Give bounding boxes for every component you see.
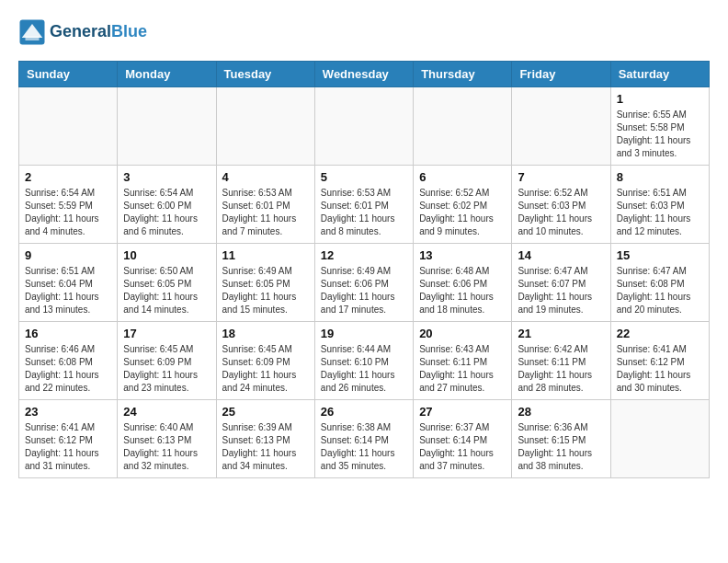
day-number: 13 xyxy=(419,248,506,262)
day-number: 25 xyxy=(222,405,309,419)
day-info: Sunrise: 6:52 AM Sunset: 6:02 PM Dayligh… xyxy=(419,187,506,238)
day-number: 16 xyxy=(25,327,111,340)
day-info: Sunrise: 6:45 AM Sunset: 6:09 PM Dayligh… xyxy=(123,343,210,395)
day-number: 27 xyxy=(419,405,506,419)
day-info: Sunrise: 6:45 AM Sunset: 6:09 PM Dayligh… xyxy=(222,343,309,395)
day-info: Sunrise: 6:41 AM Sunset: 6:12 PM Dayligh… xyxy=(617,343,703,395)
day-number: 11 xyxy=(222,248,309,262)
day-number: 12 xyxy=(321,248,407,262)
day-number: 22 xyxy=(617,327,703,340)
day-info: Sunrise: 6:43 AM Sunset: 6:11 PM Dayligh… xyxy=(419,343,506,395)
day-info: Sunrise: 6:51 AM Sunset: 6:04 PM Dayligh… xyxy=(25,265,111,316)
calendar-week-row: 2Sunrise: 6:54 AM Sunset: 5:59 PM Daylig… xyxy=(19,166,710,244)
day-number: 28 xyxy=(518,405,604,419)
calendar-cell: 10Sunrise: 6:50 AM Sunset: 6:05 PM Dayli… xyxy=(118,244,216,322)
day-number: 15 xyxy=(617,248,703,262)
calendar-cell: 28Sunrise: 6:36 AM Sunset: 6:15 PM Dayli… xyxy=(512,400,610,478)
day-number: 19 xyxy=(321,327,407,340)
day-number: 10 xyxy=(123,248,210,262)
day-number: 4 xyxy=(222,170,309,184)
calendar-cell: 2Sunrise: 6:54 AM Sunset: 5:59 PM Daylig… xyxy=(19,166,118,244)
calendar-cell: 25Sunrise: 6:39 AM Sunset: 6:13 PM Dayli… xyxy=(216,400,314,478)
weekday-header-monday: Monday xyxy=(118,62,216,87)
calendar-cell: 1Sunrise: 6:55 AM Sunset: 5:58 PM Daylig… xyxy=(610,87,709,166)
day-info: Sunrise: 6:47 AM Sunset: 6:07 PM Dayligh… xyxy=(518,265,604,316)
calendar-cell: 11Sunrise: 6:49 AM Sunset: 6:05 PM Dayli… xyxy=(216,244,314,322)
calendar-cell: 7Sunrise: 6:52 AM Sunset: 6:03 PM Daylig… xyxy=(512,166,610,244)
calendar-cell: 8Sunrise: 6:51 AM Sunset: 6:03 PM Daylig… xyxy=(610,166,709,244)
calendar-week-row: 9Sunrise: 6:51 AM Sunset: 6:04 PM Daylig… xyxy=(19,244,710,322)
calendar-cell: 3Sunrise: 6:54 AM Sunset: 6:00 PM Daylig… xyxy=(118,166,216,244)
day-info: Sunrise: 6:49 AM Sunset: 6:05 PM Dayligh… xyxy=(222,265,309,316)
day-info: Sunrise: 6:38 AM Sunset: 6:14 PM Dayligh… xyxy=(321,421,407,473)
weekday-header-row: SundayMondayTuesdayWednesdayThursdayFrid… xyxy=(19,62,710,87)
calendar-cell: 14Sunrise: 6:47 AM Sunset: 6:07 PM Dayli… xyxy=(512,244,610,322)
calendar-cell: 20Sunrise: 6:43 AM Sunset: 6:11 PM Dayli… xyxy=(414,322,512,400)
day-info: Sunrise: 6:51 AM Sunset: 6:03 PM Dayligh… xyxy=(617,187,703,238)
weekday-header-thursday: Thursday xyxy=(414,62,512,87)
calendar-table: SundayMondayTuesdayWednesdayThursdayFrid… xyxy=(18,61,710,478)
day-number: 20 xyxy=(419,327,506,340)
weekday-header-tuesday: Tuesday xyxy=(216,62,314,87)
calendar-cell: 24Sunrise: 6:40 AM Sunset: 6:13 PM Dayli… xyxy=(118,400,216,478)
logo: GeneralBlue xyxy=(18,18,147,46)
day-number: 14 xyxy=(518,248,604,262)
day-info: Sunrise: 6:46 AM Sunset: 6:08 PM Dayligh… xyxy=(25,343,111,395)
calendar-cell xyxy=(216,87,314,166)
day-number: 21 xyxy=(518,327,604,340)
calendar-cell xyxy=(512,87,610,166)
calendar-cell xyxy=(314,87,413,166)
day-info: Sunrise: 6:54 AM Sunset: 6:00 PM Dayligh… xyxy=(123,187,210,238)
calendar-cell: 4Sunrise: 6:53 AM Sunset: 6:01 PM Daylig… xyxy=(216,166,314,244)
weekday-header-saturday: Saturday xyxy=(610,62,709,87)
calendar-cell: 6Sunrise: 6:52 AM Sunset: 6:02 PM Daylig… xyxy=(414,166,512,244)
day-info: Sunrise: 6:55 AM Sunset: 5:58 PM Dayligh… xyxy=(617,109,703,160)
day-info: Sunrise: 6:41 AM Sunset: 6:12 PM Dayligh… xyxy=(25,421,111,473)
day-number: 26 xyxy=(321,405,407,419)
day-info: Sunrise: 6:50 AM Sunset: 6:05 PM Dayligh… xyxy=(123,265,210,316)
logo-icon xyxy=(18,18,46,46)
svg-rect-2 xyxy=(26,37,40,41)
calendar-cell: 13Sunrise: 6:48 AM Sunset: 6:06 PM Dayli… xyxy=(414,244,512,322)
day-number: 24 xyxy=(123,405,210,419)
day-number: 7 xyxy=(518,170,604,184)
weekday-header-wednesday: Wednesday xyxy=(314,62,413,87)
calendar-cell: 23Sunrise: 6:41 AM Sunset: 6:12 PM Dayli… xyxy=(19,400,118,478)
calendar-cell: 15Sunrise: 6:47 AM Sunset: 6:08 PM Dayli… xyxy=(610,244,709,322)
day-info: Sunrise: 6:40 AM Sunset: 6:13 PM Dayligh… xyxy=(123,421,210,473)
calendar-cell: 19Sunrise: 6:44 AM Sunset: 6:10 PM Dayli… xyxy=(314,322,413,400)
weekday-header-friday: Friday xyxy=(512,62,610,87)
day-info: Sunrise: 6:39 AM Sunset: 6:13 PM Dayligh… xyxy=(222,421,309,473)
day-number: 9 xyxy=(25,248,111,262)
day-number: 3 xyxy=(123,170,210,184)
logo-text: GeneralBlue xyxy=(50,23,147,41)
day-number: 1 xyxy=(617,92,703,106)
calendar-week-row: 16Sunrise: 6:46 AM Sunset: 6:08 PM Dayli… xyxy=(19,322,710,400)
day-number: 8 xyxy=(617,170,703,184)
day-info: Sunrise: 6:44 AM Sunset: 6:10 PM Dayligh… xyxy=(321,343,407,395)
day-number: 2 xyxy=(25,170,111,184)
calendar-cell xyxy=(19,87,118,166)
calendar-cell: 21Sunrise: 6:42 AM Sunset: 6:11 PM Dayli… xyxy=(512,322,610,400)
calendar-cell: 18Sunrise: 6:45 AM Sunset: 6:09 PM Dayli… xyxy=(216,322,314,400)
calendar-cell: 9Sunrise: 6:51 AM Sunset: 6:04 PM Daylig… xyxy=(19,244,118,322)
day-info: Sunrise: 6:37 AM Sunset: 6:14 PM Dayligh… xyxy=(419,421,506,473)
day-info: Sunrise: 6:53 AM Sunset: 6:01 PM Dayligh… xyxy=(222,187,309,238)
day-number: 23 xyxy=(25,405,111,419)
day-number: 5 xyxy=(321,170,407,184)
calendar-cell xyxy=(118,87,216,166)
day-number: 6 xyxy=(419,170,506,184)
calendar-cell: 12Sunrise: 6:49 AM Sunset: 6:06 PM Dayli… xyxy=(314,244,413,322)
calendar-cell xyxy=(414,87,512,166)
day-info: Sunrise: 6:36 AM Sunset: 6:15 PM Dayligh… xyxy=(518,421,604,473)
calendar-cell: 27Sunrise: 6:37 AM Sunset: 6:14 PM Dayli… xyxy=(414,400,512,478)
day-info: Sunrise: 6:54 AM Sunset: 5:59 PM Dayligh… xyxy=(25,187,111,238)
day-info: Sunrise: 6:48 AM Sunset: 6:06 PM Dayligh… xyxy=(419,265,506,316)
day-info: Sunrise: 6:47 AM Sunset: 6:08 PM Dayligh… xyxy=(617,265,703,316)
calendar-cell: 16Sunrise: 6:46 AM Sunset: 6:08 PM Dayli… xyxy=(19,322,118,400)
day-info: Sunrise: 6:42 AM Sunset: 6:11 PM Dayligh… xyxy=(518,343,604,395)
day-number: 17 xyxy=(123,327,210,340)
day-info: Sunrise: 6:49 AM Sunset: 6:06 PM Dayligh… xyxy=(321,265,407,316)
calendar-week-row: 23Sunrise: 6:41 AM Sunset: 6:12 PM Dayli… xyxy=(19,400,710,478)
calendar-cell: 17Sunrise: 6:45 AM Sunset: 6:09 PM Dayli… xyxy=(118,322,216,400)
